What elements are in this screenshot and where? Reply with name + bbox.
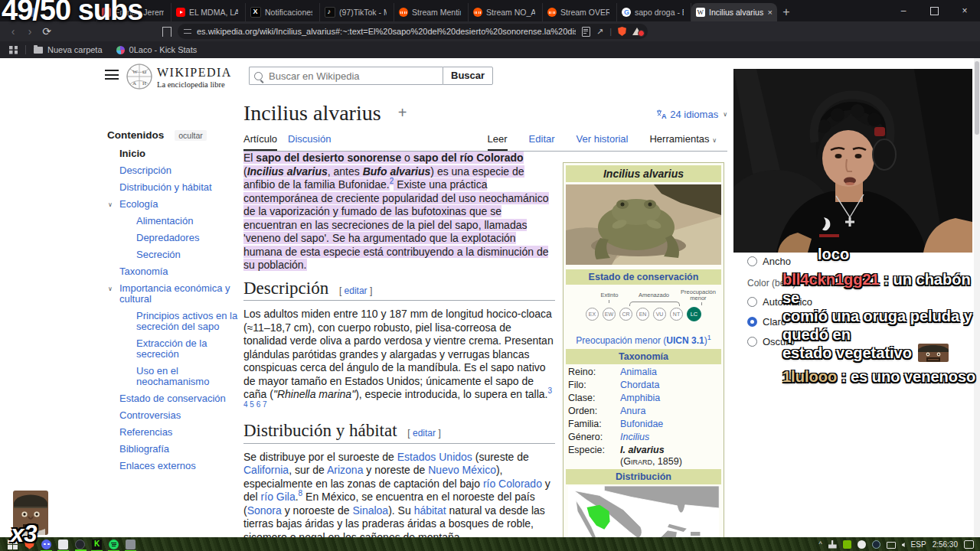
taskbar-obs-icon[interactable] [75, 540, 85, 549]
share-icon[interactable]: ↗ [596, 27, 603, 37]
wiki-link[interactable]: Arizona [327, 464, 363, 476]
toc-item[interactable]: Alimentación [136, 216, 243, 227]
wiki-link[interactable]: Estados Unidos [397, 451, 472, 463]
back-icon[interactable]: ‹ [5, 25, 21, 37]
new-tab-button[interactable]: + [777, 3, 795, 21]
browser-tab[interactable]: Incilius alvarius - W × [691, 3, 777, 21]
edit-link[interactable]: editar [413, 428, 436, 439]
taskbar-discord-icon[interactable] [41, 540, 51, 549]
apps-grid-icon[interactable] [9, 46, 18, 54]
adblock-badge-icon[interactable] [632, 28, 642, 35]
toc-item[interactable]: Principios activos en la secreción del s… [136, 311, 243, 332]
tab-article[interactable]: Artículo [243, 133, 277, 151]
distribution-header[interactable]: Distribución [566, 469, 721, 484]
nvidia-tray-icon[interactable] [843, 540, 851, 549]
toc-item[interactable]: Distribución y hábitat [119, 182, 243, 193]
radio-icon[interactable] [747, 297, 757, 307]
wiki-link[interactable]: Sinaloa [352, 504, 388, 517]
wiki-link[interactable]: hábitat [414, 504, 446, 517]
toc-item[interactable]: Controversias [119, 410, 243, 421]
tab-close-icon[interactable]: × [768, 8, 773, 17]
discord-tray-icon[interactable] [858, 540, 866, 549]
bookmark-kick-stats[interactable]: 0Laco - Kick Stats [116, 45, 198, 54]
toc-hide-button[interactable]: ocultar [175, 130, 207, 141]
wiki-link[interactable]: California [243, 464, 289, 476]
wiki-link[interactable]: Nuevo México [428, 464, 496, 476]
add-topic-icon[interactable]: + [398, 104, 407, 122]
wikipedia-logo[interactable]: W Ω A И [126, 63, 153, 93]
tab-tools[interactable]: Herramientas ∨ [649, 133, 717, 151]
forward-icon[interactable]: › [21, 25, 38, 37]
browser-tab[interactable]: Stream OVER IT! (prod [543, 3, 617, 21]
browser-tab[interactable]: Stream Mentiras Blanc [394, 3, 469, 21]
toc-item[interactable]: ∨ Importancia económica y cultural [119, 283, 243, 305]
browser-tab[interactable]: EL MDMA, LA DROGA [172, 3, 246, 21]
taxonomy-value[interactable]: Incilius [620, 432, 649, 442]
edit-link[interactable]: editar [345, 285, 368, 296]
taskbar-recycle-icon[interactable] [126, 540, 136, 549]
minimize-button[interactable]: – [888, 0, 919, 21]
network-icon[interactable] [887, 542, 896, 549]
taxonomy-header[interactable]: Taxonomía [566, 349, 721, 364]
chevron-down-icon[interactable]: ∨ [108, 284, 113, 295]
chat-username[interactable]: bll4ckn1gg21 [782, 271, 880, 288]
browser-tab[interactable]: Notificaciones / X [246, 3, 320, 21]
taxonomy-value[interactable]: I. alvarius [620, 445, 665, 455]
taxonomy-value[interactable]: Chordata [620, 380, 659, 390]
toc-item[interactable]: Descripción [119, 165, 243, 176]
shield-icon[interactable] [618, 27, 626, 36]
toc-item[interactable]: Taxonomía [119, 266, 243, 277]
scrollbar-thumb[interactable] [975, 61, 979, 135]
toc-item[interactable]: Uso en el neochamanismo [136, 366, 243, 387]
status-link[interactable]: Preocupación menor ( [576, 335, 666, 346]
speaker-icon[interactable] [902, 543, 905, 547]
browser-tab[interactable]: sapo droga - Buscar co [617, 3, 691, 21]
toc-item[interactable]: ∨ Ecología [119, 199, 243, 210]
keyboard-language[interactable]: ESP [911, 540, 926, 549]
radio-icon[interactable] [747, 337, 757, 347]
search-button[interactable]: Buscar [443, 67, 493, 85]
main-menu-icon[interactable] [105, 70, 119, 80]
browser-tab[interactable]: Stream NO_AGUANTO [469, 3, 543, 21]
reload-icon[interactable]: ⟳ [38, 25, 55, 37]
tab-edit[interactable]: Editar [529, 133, 555, 151]
tab-discussion[interactable]: Discusión [288, 133, 331, 151]
wiki-link[interactable]: Sonora [247, 504, 282, 517]
browser-tab[interactable]: (97)TikTok - Make Your [320, 3, 394, 21]
toc-item[interactable]: Depredadores [136, 233, 243, 243]
site-settings-icon[interactable] [184, 28, 191, 34]
tray-expand-icon[interactable]: ^ [818, 540, 822, 548]
tab-history[interactable]: Ver historial [577, 133, 629, 151]
wikipedia-search-input[interactable] [267, 70, 416, 83]
taxonomy-value[interactable]: Animalia [620, 367, 657, 377]
radio-checked-icon[interactable] [747, 317, 757, 327]
taxonomy-value[interactable]: Bufonidae [620, 419, 663, 429]
search-box[interactable] [249, 67, 443, 85]
chevron-down-icon[interactable]: ∨ [108, 200, 113, 210]
toc-item[interactable]: Inicio [119, 148, 243, 159]
language-selector[interactable]: A 24 idiomas ∨ [656, 109, 727, 120]
clock[interactable]: 2:56:30 [933, 540, 958, 549]
taskbar-spotify-icon[interactable] [109, 540, 119, 549]
close-button[interactable]: × [949, 0, 980, 21]
taxonomy-value[interactable]: Amphibia [620, 393, 660, 403]
url-bar[interactable]: es.wikipedia.org/wiki/Incilius_alvarius#… [178, 24, 648, 39]
bookmark-icon[interactable] [162, 27, 172, 37]
conservation-header[interactable]: Estado de conservación [566, 269, 721, 285]
toc-item[interactable]: Extracción de la secreción [136, 338, 243, 360]
reader-mode-icon[interactable] [582, 27, 590, 37]
toad-photo[interactable] [566, 184, 721, 267]
toc-item[interactable]: Bibliografía [119, 444, 243, 455]
radio-icon[interactable] [747, 256, 757, 266]
iucn-version-link[interactable]: UICN 3.1 [666, 335, 704, 346]
maximize-button[interactable] [919, 0, 949, 21]
wiki-link[interactable]: río Gila [261, 491, 296, 503]
toc-item[interactable]: Referencias [119, 427, 243, 438]
bookmark-folder[interactable]: Nueva carpeta [34, 45, 103, 54]
chat-username[interactable]: 1lulooo [782, 368, 837, 385]
steam-tray-icon[interactable] [872, 540, 880, 549]
reference-link[interactable]: 1 [707, 334, 711, 341]
taskbar-kick-icon[interactable] [92, 540, 102, 549]
toc-item[interactable]: Secreción [136, 249, 243, 260]
toc-item[interactable]: Estado de conservación [119, 393, 243, 404]
